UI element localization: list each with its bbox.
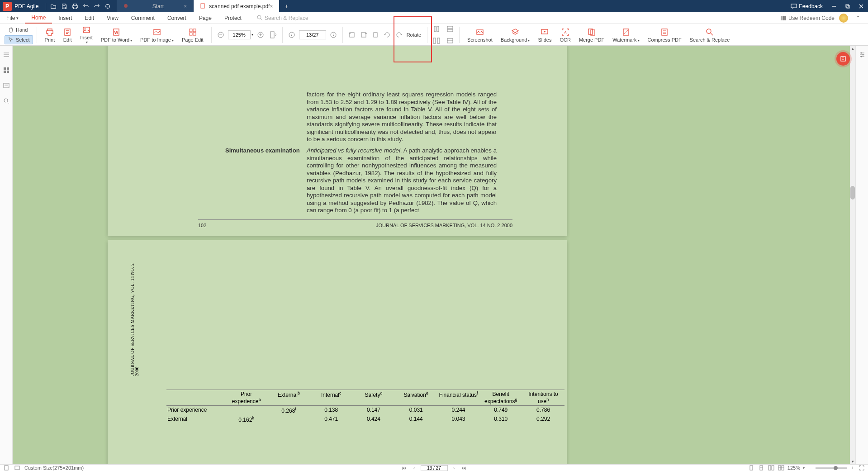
chevron-down-icon[interactable]: ▾ <box>803 466 805 470</box>
maximize-button[interactable] <box>841 0 854 12</box>
redeem-code-button[interactable]: Use Redeem Code <box>780 15 835 21</box>
open-icon[interactable] <box>48 1 59 12</box>
view-scroll-icon[interactable] <box>445 35 455 46</box>
rotate-cw-icon[interactable] <box>394 29 404 40</box>
fullscreen-button[interactable] <box>858 465 865 471</box>
pdf-to-word-button[interactable]: WPDF to Word▾ <box>97 25 136 44</box>
svg-text:A: A <box>564 30 567 34</box>
svg-rect-78 <box>772 466 774 470</box>
vertical-scrollbar[interactable]: ▴ ▾ <box>850 46 855 464</box>
zoom-out-button[interactable] <box>215 29 226 40</box>
zoom-in-button[interactable] <box>255 29 266 40</box>
view-mode-2-icon[interactable] <box>758 465 765 471</box>
thumbnail-panel-button[interactable] <box>2 66 11 75</box>
view-double-icon[interactable] <box>431 35 442 46</box>
view-mode-4-icon[interactable] <box>778 465 785 471</box>
next-page-button[interactable]: › <box>451 465 458 471</box>
hand-tool[interactable]: Hand <box>5 25 33 34</box>
ocr-icon: A <box>561 27 570 37</box>
search-panel-button[interactable] <box>2 96 11 105</box>
tab-document[interactable]: scanned pdf example.pdf × <box>194 0 280 12</box>
insert-button[interactable]: Insert▾ <box>76 24 97 46</box>
zoom-slider[interactable] <box>816 467 847 469</box>
menu-view[interactable]: View <box>100 12 125 24</box>
minimize-button[interactable] <box>827 0 841 12</box>
pdf-to-image-button[interactable]: PDF to Image▾ <box>136 25 178 44</box>
home-icon[interactable] <box>102 1 113 12</box>
print-icon[interactable] <box>70 1 81 12</box>
insert-img-icon <box>82 25 91 35</box>
menu-page[interactable]: Page <box>193 12 218 24</box>
tab-add-button[interactable]: + <box>280 0 293 12</box>
page-size-icon[interactable] <box>3 465 10 471</box>
last-page-button[interactable]: ⏭ <box>460 465 468 471</box>
menu-edit[interactable]: Edit <box>78 12 100 24</box>
tab-label: scanned pdf example.pdf <box>209 3 270 10</box>
screenshot-button[interactable]: Screenshot <box>463 25 497 44</box>
tab-start[interactable]: Start × <box>117 0 194 12</box>
premium-badge[interactable] <box>839 14 848 23</box>
scroll-thumb[interactable] <box>850 186 855 200</box>
outline-panel-button[interactable] <box>2 50 11 59</box>
rotate-right-icon[interactable] <box>358 29 369 40</box>
feedback-button[interactable]: Feedback <box>786 3 827 10</box>
section-heading: Simultaneous examination <box>225 147 300 154</box>
rotate-page-left-icon[interactable] <box>370 29 381 40</box>
view-mode-1-icon[interactable] <box>748 465 755 471</box>
prev-page-button[interactable] <box>286 29 297 40</box>
properties-panel-button[interactable] <box>858 50 867 59</box>
tab-close-icon[interactable]: × <box>270 3 273 10</box>
view-single-icon[interactable] <box>431 24 442 34</box>
tab-close-icon[interactable]: × <box>184 3 187 10</box>
scroll-up-icon[interactable]: ▴ <box>850 46 855 51</box>
status-page-input[interactable] <box>421 465 448 471</box>
svg-rect-47 <box>623 29 629 35</box>
fit-page-icon[interactable] <box>268 29 279 40</box>
search-replace-button[interactable]: Search & Replace <box>686 25 734 44</box>
first-page-button[interactable]: ⏮ <box>401 465 408 471</box>
floating-action-button[interactable] <box>836 52 850 66</box>
view-mode-3-icon[interactable] <box>768 465 775 471</box>
redo-icon[interactable] <box>91 1 102 12</box>
save-icon[interactable] <box>59 1 70 12</box>
zoom-in-button[interactable]: + <box>849 465 856 471</box>
next-page-button[interactable] <box>328 29 339 40</box>
menu-comment[interactable]: Comment <box>125 12 161 24</box>
menu-insert[interactable]: Insert <box>52 12 78 24</box>
chevron-down-icon[interactable]: ▾ <box>251 33 253 37</box>
rotate-ccw-icon[interactable] <box>382 29 393 40</box>
document-viewport[interactable]: factors for the eight ordinary least squ… <box>13 46 855 464</box>
view-continuous-icon[interactable] <box>445 24 455 34</box>
undo-icon[interactable] <box>81 1 91 12</box>
zoom-slider-thumb[interactable] <box>834 466 838 470</box>
merge-pdf-button[interactable]: Merge PDF <box>575 25 608 44</box>
collapse-ribbon-icon[interactable]: ⌃ <box>853 13 863 24</box>
rotate-button[interactable]: Rotate <box>404 25 423 44</box>
ocr-button[interactable]: AOCR <box>555 25 574 44</box>
slides-button[interactable]: Slides <box>534 25 555 44</box>
prev-page-button[interactable]: ‹ <box>411 465 418 471</box>
edit-button[interactable]: Edit <box>59 25 76 44</box>
hand-icon <box>8 27 14 33</box>
page-size-alt-icon[interactable] <box>14 465 21 471</box>
page-edit-button[interactable]: Page Edit <box>178 25 208 44</box>
zoom-input[interactable] <box>228 30 251 39</box>
close-button[interactable] <box>854 0 868 12</box>
menu-file[interactable]: File▾ <box>0 12 25 24</box>
page-input[interactable] <box>299 30 326 39</box>
background-button[interactable]: Background▾ <box>497 25 534 44</box>
menu-protect[interactable]: Protect <box>218 12 248 24</box>
print-button[interactable]: Print <box>41 25 59 44</box>
scroll-down-icon[interactable]: ▾ <box>850 459 855 464</box>
annotation-panel-button[interactable] <box>2 81 11 90</box>
watermark-button[interactable]: Watermark▾ <box>608 25 643 44</box>
rotate-left-icon[interactable] <box>346 29 357 40</box>
zoom-out-button[interactable]: − <box>806 465 814 471</box>
svg-rect-9 <box>781 16 782 20</box>
menu-convert[interactable]: Convert <box>161 12 193 24</box>
svg-rect-35 <box>437 26 439 32</box>
menu-home[interactable]: Home <box>25 12 52 24</box>
select-tool[interactable]: Select <box>5 35 33 44</box>
compress-button[interactable]: Compress PDF <box>644 25 686 44</box>
search-replace-field[interactable]: Search & Replace <box>257 15 308 21</box>
